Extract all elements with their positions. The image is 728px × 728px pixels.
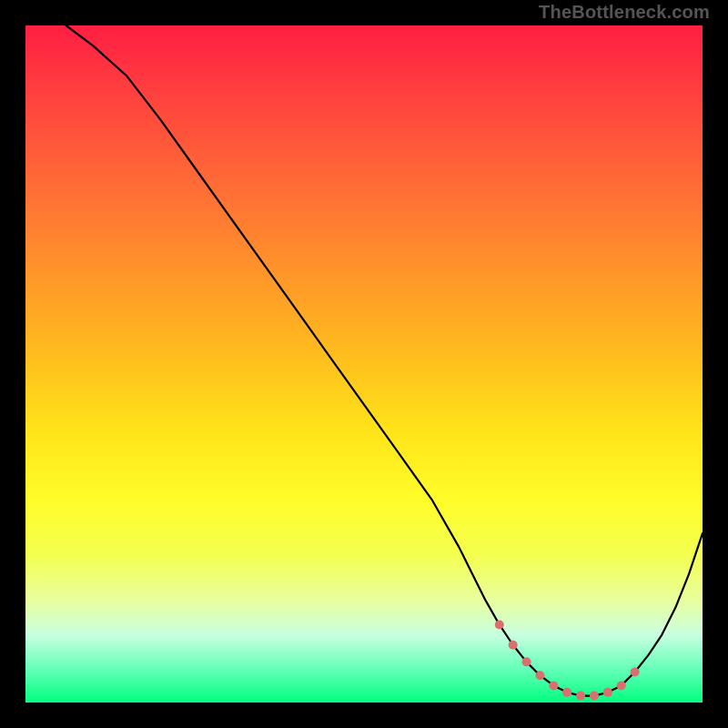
plot-area xyxy=(25,25,703,703)
marker-dot xyxy=(603,688,612,697)
curve-path xyxy=(66,25,703,696)
marker-dot xyxy=(549,681,558,690)
marker-dot xyxy=(562,688,571,697)
marker-dot xyxy=(535,671,544,680)
marker-dot xyxy=(590,692,599,701)
watermark-text: TheBottleneck.com xyxy=(539,2,710,23)
marker-dot xyxy=(617,681,626,690)
marker-dot xyxy=(576,692,585,701)
chart-svg xyxy=(25,25,703,703)
marker-dot xyxy=(522,657,531,666)
chart-frame: TheBottleneck.com xyxy=(0,0,728,728)
marker-group xyxy=(495,620,640,700)
marker-dot xyxy=(631,668,640,677)
marker-dot xyxy=(509,641,518,650)
marker-dot xyxy=(495,620,504,629)
